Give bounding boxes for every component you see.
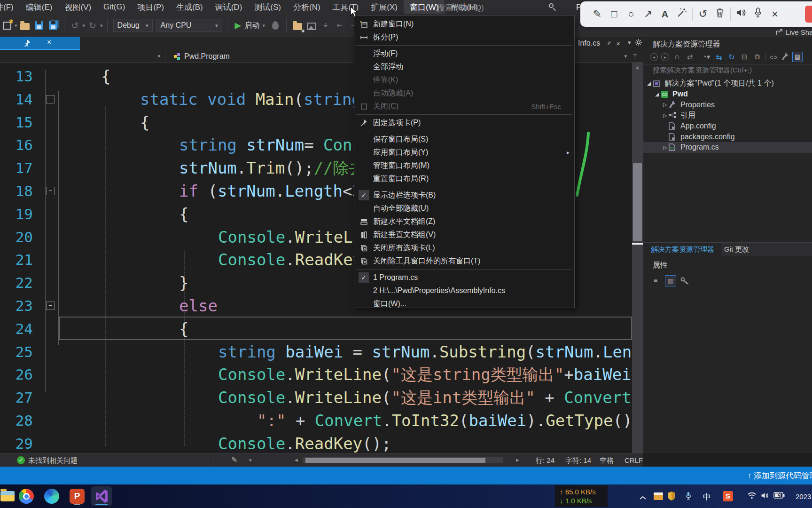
home-icon[interactable]: ⌂	[672, 52, 682, 62]
platform-combo[interactable]: Any CPU▾	[156, 19, 222, 32]
tray-microphone-icon[interactable]	[685, 491, 692, 503]
window-menu-item[interactable]: 关闭所有选项卡(L)	[354, 241, 574, 254]
expand-arrow-icon[interactable]: ◢	[655, 91, 661, 97]
tree-item-properties[interactable]: ▷Properties	[643, 99, 812, 110]
fold-marker-icon[interactable]: −	[46, 187, 55, 195]
alphabetical-icon[interactable]: ▦	[665, 275, 676, 286]
rectangle-icon[interactable]: □	[606, 8, 623, 20]
menubar-item[interactable]: 扩展(X)	[365, 0, 404, 15]
code-line[interactable]: 29Console.ReadKey();	[0, 432, 632, 453]
window-menu-item[interactable]: 关闭除工具窗口外的所有窗口(T)	[354, 254, 574, 268]
microphone-icon[interactable]	[750, 7, 766, 21]
tray-shield-icon[interactable]	[667, 491, 676, 503]
vertical-scrollbar[interactable]: ▲	[632, 63, 643, 453]
window-menu-item[interactable]: 重置窗口布局(R)	[354, 172, 574, 185]
window-menu-item[interactable]: 新建窗口(N)	[354, 17, 574, 31]
tree-item--[interactable]: ▷引用	[643, 110, 812, 121]
search-icon[interactable]	[549, 3, 556, 11]
undo-icon[interactable]: ↺	[69, 19, 81, 32]
start-debug-button[interactable]: ▶启动▾	[235, 20, 265, 31]
fold-marker-icon[interactable]: −	[46, 302, 55, 310]
window-menu-item[interactable]: 2 H:\...\Pwd\Properties\AssemblyInfo.cs	[354, 284, 574, 297]
sogou-input-icon[interactable]: S	[723, 491, 733, 501]
window-menu-item[interactable]: 自动全部隐藏(U)	[354, 202, 574, 215]
window-menu-item[interactable]: 自动隐藏(A)	[354, 87, 574, 100]
tab-git-changes[interactable]: Git 更改	[724, 243, 749, 254]
solution-search-box[interactable]: 搜索解决方案资源管理器(Ctrl+;)	[643, 64, 812, 76]
window-menu-item[interactable]: ✓显示边栏选项卡(B)	[354, 189, 574, 202]
speaker-icon[interactable]	[733, 8, 750, 21]
window-menu-item[interactable]: 浮动(F)	[354, 47, 574, 60]
expand-arrow-icon[interactable]: ▷	[663, 102, 669, 108]
sync-with-active-document-icon[interactable]: ⇆	[714, 53, 724, 62]
scroll-right-icon[interactable]: ▸	[516, 456, 519, 463]
window-menu-item[interactable]: 固定选项卡(P)	[354, 116, 574, 129]
window-menu-item[interactable]: 应用窗口布局(Y)▸	[354, 146, 574, 159]
window-menu-item[interactable]: 新建垂直文档组(V)	[354, 228, 574, 241]
redo-icon[interactable]: ↻	[86, 19, 99, 32]
edit-mode-dropdown[interactable]: ▾	[249, 457, 252, 463]
new-item-icon[interactable]	[1, 19, 13, 32]
indent-decrease-icon[interactable]: ⇤	[334, 19, 346, 32]
gear-icon[interactable]	[635, 39, 642, 46]
back-icon[interactable]: ◂	[650, 53, 658, 61]
tree-item-app.config[interactable]: App.config	[643, 120, 812, 131]
folder-view-icon[interactable]: ▤	[792, 52, 803, 62]
scroll-left-icon[interactable]: ◂	[295, 456, 298, 463]
battery-icon[interactable]	[773, 492, 785, 500]
code-line[interactable]: 26Console.WriteLine("这是string类型输出"+baiWe…	[0, 363, 632, 386]
close-icon[interactable]: ×	[47, 38, 51, 47]
hot-reload-icon[interactable]	[269, 19, 281, 32]
open-folder-icon[interactable]	[19, 19, 31, 32]
menubar-item[interactable]: 编辑(E)	[20, 0, 59, 15]
window-menu-item[interactable]: 窗口(W)...	[354, 297, 574, 310]
scrollbar-thumb[interactable]	[305, 458, 485, 463]
close-icon[interactable]: ×	[616, 40, 620, 48]
window-menu-item[interactable]: 关闭(C)Shift+Esc	[354, 100, 574, 113]
expand-arrow-icon[interactable]: ▷	[663, 144, 669, 151]
text-icon[interactable]: A	[656, 9, 673, 20]
menubar-item[interactable]: 项目(P)	[131, 0, 170, 15]
ime-indicator[interactable]: 中	[703, 492, 711, 502]
line-indicator[interactable]: 行: 24	[536, 456, 554, 465]
char-indicator[interactable]: 字符: 14	[565, 456, 591, 465]
wifi-icon[interactable]	[747, 492, 757, 501]
save-all-icon[interactable]	[47, 19, 59, 32]
taskbar-visualstudio-icon[interactable]	[91, 486, 112, 506]
split-editor-icon[interactable]: ÷	[633, 51, 637, 59]
image-tool-icon[interactable]	[305, 19, 318, 32]
project-dropdown[interactable]: ▾	[1, 51, 165, 62]
pending-changes-filter-icon[interactable]: ◔▾	[702, 53, 711, 61]
pin-icon[interactable]	[23, 40, 30, 47]
tab-list-dropdown-icon[interactable]: ▾	[628, 39, 631, 46]
menubar-item[interactable]: 测试(S)	[248, 0, 287, 15]
eol-indicator[interactable]: CRLF	[625, 456, 643, 464]
taskbar-explorer-icon[interactable]	[0, 486, 18, 506]
fold-marker-icon[interactable]: −	[46, 95, 55, 103]
tree-item-packages.config[interactable]: packages.config	[643, 131, 812, 142]
taskbar-edge-icon[interactable]	[41, 486, 62, 506]
live-share-button[interactable]: Live Share	[775, 28, 812, 36]
window-menu-item[interactable]: 全部浮动	[354, 60, 574, 73]
trash-icon[interactable]	[711, 8, 728, 21]
edit-mode-icon[interactable]: ✎	[231, 455, 237, 464]
window-menu-item[interactable]: 保存窗口布局(S)	[354, 133, 574, 146]
tree-item-pwd[interactable]: ◢C#Pwd	[643, 89, 812, 100]
new-item-dropdown[interactable]: ▾	[15, 23, 17, 29]
wand-icon[interactable]	[673, 8, 690, 21]
code-line[interactable]: 27Console.WriteLine("这是int类型输出" + Conver…	[0, 386, 632, 409]
expand-arrow-icon[interactable]: ◢	[647, 80, 653, 87]
properties-wrench-icon[interactable]	[781, 53, 789, 61]
forward-icon[interactable]: ▸	[661, 53, 669, 61]
tree-item--pwd-1-1-[interactable]: ◢解决方案"Pwd"(1 个项目/共 1 个)	[643, 78, 812, 89]
pencil-icon[interactable]: ✎	[589, 8, 606, 20]
view-code-icon[interactable]: <>	[769, 53, 778, 61]
horizontal-scrollbar[interactable]	[303, 457, 503, 463]
tray-window-icon[interactable]	[653, 492, 664, 502]
categorized-icon[interactable]: ≡	[650, 275, 661, 286]
taskbar-powerpoint-icon[interactable]: P	[67, 486, 87, 506]
key-icon[interactable]	[680, 277, 688, 285]
close-icon[interactable]: ×	[766, 8, 783, 21]
menubar-item[interactable]: Git(G)	[97, 0, 131, 14]
spaces-indicator[interactable]: 空格	[600, 456, 614, 465]
